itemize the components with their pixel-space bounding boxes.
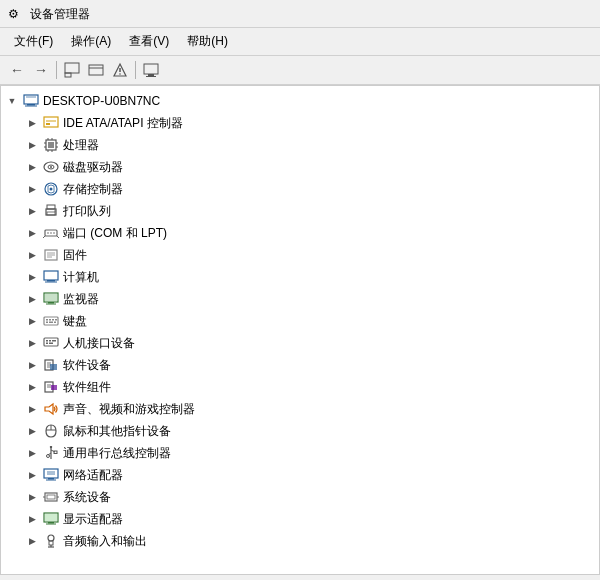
tree-item[interactable]: ▶ 声音、视频和游戏控制器 [1,398,599,420]
item-label: 监视器 [63,291,99,308]
disk-icon [43,159,59,175]
svg-rect-59 [54,322,56,324]
item-expand-icon: ▶ [25,446,39,460]
svg-point-37 [47,232,49,234]
software-icon [43,357,59,373]
svg-rect-92 [47,495,55,499]
svg-rect-53 [44,317,58,325]
tree-item[interactable]: ▶ 监视器 [1,288,599,310]
menu-file[interactable]: 文件(F) [6,31,61,52]
menu-view[interactable]: 查看(V) [121,31,177,52]
item-label: 音频输入和输出 [63,533,147,550]
svg-rect-57 [46,322,48,324]
svg-point-84 [47,455,50,458]
toolbar-btn-show[interactable] [85,59,107,81]
tree-item[interactable]: ▶ 鼠标和其他指针设备 [1,420,599,442]
tree-item[interactable]: ▶ 网络适配器 [1,464,599,486]
item-label: 键盘 [63,313,87,330]
item-expand-icon: ▶ [25,226,39,240]
svg-point-38 [50,232,52,234]
svg-rect-46 [44,271,58,280]
tree-item[interactable]: ▶ 打印队列 [1,200,599,222]
tree-item[interactable]: ▶ 固件 [1,244,599,266]
svg-rect-8 [148,74,154,76]
toolbar-btn-monitor[interactable] [140,59,162,81]
tree-item[interactable]: ▶ 存储控制器 [1,178,599,200]
item-expand-icon: ▶ [25,314,39,328]
menu-help[interactable]: 帮助(H) [179,31,236,52]
sound-icon [43,401,59,417]
storage-icon [43,181,59,197]
tree-item[interactable]: ▶ 端口 (COM 和 LPT) [1,222,599,244]
back-button[interactable]: ← [6,59,28,81]
system-icon [43,489,59,505]
printer-icon [43,203,59,219]
app-title: 设备管理器 [30,6,90,23]
svg-point-29 [50,166,52,168]
item-label: 磁盘驱动器 [63,159,123,176]
title-bar: ⚙ 设备管理器 [0,0,600,28]
svg-rect-83 [54,451,57,454]
tree-item[interactable]: ▶ IDE ATA/ATAPI 控制器 [1,112,599,134]
item-expand-icon: ▶ [25,182,39,196]
item-label: 存储控制器 [63,181,123,198]
svg-marker-77 [45,404,53,414]
forward-button[interactable]: → [30,59,52,81]
svg-point-85 [50,446,52,448]
svg-rect-7 [144,64,158,74]
item-expand-icon: ▶ [25,116,39,130]
svg-rect-66 [49,343,53,345]
toolbar-btn-up[interactable] [61,59,83,81]
keyboard-icon [43,313,59,329]
toolbar-separator-2 [135,61,136,79]
tree-item[interactable]: ▶ 显示适配器 [1,508,599,530]
toolbar-btn-action[interactable] [109,59,131,81]
svg-rect-56 [52,319,54,321]
svg-rect-10 [24,95,38,104]
svg-rect-16 [46,123,50,125]
svg-rect-33 [47,205,55,209]
item-label: 显示适配器 [63,511,123,528]
audio-icon [43,533,59,549]
menu-bar: 文件(F) 操作(A) 查看(V) 帮助(H) [0,28,600,56]
item-label: 处理器 [63,137,99,154]
tree-item[interactable]: ▶ 磁盘驱动器 [1,156,599,178]
tree-item[interactable]: ▶ 人机接口设备 [1,332,599,354]
svg-rect-60 [55,319,57,321]
svg-rect-72 [50,364,57,370]
tree-item[interactable]: ▶ 计算机 [1,266,599,288]
network-icon [43,467,59,483]
tree-item[interactable]: ▶ 键盘 [1,310,599,332]
svg-rect-48 [45,282,57,283]
svg-line-40 [43,236,45,238]
item-label: 固件 [63,247,87,264]
item-label: 人机接口设备 [63,335,135,352]
tree-item[interactable]: ▶ 软件组件 [1,376,599,398]
item-expand-icon: ▶ [25,402,39,416]
tree-root[interactable]: ▼ DESKTOP-U0BN7NC [1,90,599,112]
mouse-icon [43,423,59,439]
item-label: 声音、视频和游戏控制器 [63,401,195,418]
tree-item[interactable]: ▶ 处理器 [1,134,599,156]
item-expand-icon: ▶ [25,270,39,284]
item-label: 打印队列 [63,203,111,220]
item-expand-icon: ▶ [25,204,39,218]
svg-rect-18 [48,142,54,148]
svg-rect-98 [45,514,57,521]
monitor-icon [43,291,59,307]
device-tree[interactable]: ▼ DESKTOP-U0BN7NC ▶ IDE ATA/ATAPI 控制器 ▶ … [0,85,600,575]
tree-item[interactable]: ▶ 通用串行总线控制器 [1,442,599,464]
softcomp-icon [43,379,59,395]
toolbar: ← → [0,56,600,85]
tree-item[interactable]: ▶ 音频输入和输出 [1,530,599,552]
svg-rect-88 [46,480,56,481]
svg-rect-47 [47,280,55,282]
menu-action[interactable]: 操作(A) [63,31,119,52]
svg-rect-62 [46,340,48,342]
item-expand-icon: ▶ [25,248,39,262]
svg-rect-65 [46,343,48,345]
root-label: DESKTOP-U0BN7NC [43,94,160,108]
display-icon [43,511,59,527]
tree-item[interactable]: ▶ 系统设备 [1,486,599,508]
tree-item[interactable]: ▶ 软件设备 [1,354,599,376]
